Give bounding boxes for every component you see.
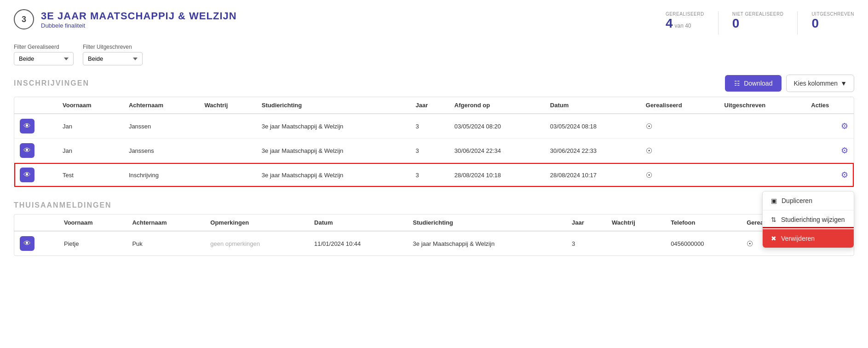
jaar-cell: 3 xyxy=(410,114,449,139)
page-subtitle: Dubbele finaliteit xyxy=(41,22,237,29)
jaar-cell: 3 xyxy=(410,139,449,163)
filter-uitgeschreven-group: Filter Uitgeschreven Beide Ja Nee xyxy=(83,44,143,65)
inschrijvingen-table: Voornaam Achternaam Wachtrij Studiericht… xyxy=(14,97,854,187)
filter-gerealiseerd-select[interactable]: Beide Ja Nee xyxy=(14,52,74,65)
table-icon: ☷ xyxy=(734,80,740,87)
check-icon: ☉ xyxy=(646,147,652,155)
col-header-jaar: Jaar xyxy=(410,97,449,114)
col-th-datum: Datum xyxy=(309,215,408,231)
col-header-achternaam: Achternaam xyxy=(123,97,199,114)
col-header-wachtrij: Wachtrij xyxy=(199,97,256,114)
stat-divider-2 xyxy=(797,12,798,35)
col-th-wachtrij: Wachtrij xyxy=(606,215,665,231)
datum-cell: 11/01/2024 10:44 xyxy=(309,231,408,255)
thuisaanmeldingen-title: THUISAANMELDINGEN xyxy=(14,201,854,209)
inschrijvingen-row: 👁 Jan Janssens 3e jaar Maatschappij & We… xyxy=(14,139,854,163)
stat-gerealiseerd-value: 4 xyxy=(666,17,673,31)
col-header-acties: Acties xyxy=(805,97,854,114)
uitgeschreven-cell xyxy=(719,114,806,139)
col-th-voornaam: Voornaam xyxy=(58,215,126,231)
stat-gerealiseerd-sub: van 40 xyxy=(674,23,691,29)
voornaam-cell: Pietje xyxy=(58,231,126,255)
menu-dupliceren[interactable]: ▣ Dupliceren xyxy=(763,191,854,210)
gear-button[interactable]: ⚙ xyxy=(841,170,848,180)
header-title-block: 3E JAAR MAATSCHAPPIJ & WELZIJN Dubbele f… xyxy=(41,10,237,29)
eye-cell: 👁 xyxy=(14,139,57,163)
thuisaanmeldingen-row: 👁 Pietje Puk geen opmerkingen 11/01/2024… xyxy=(14,231,854,255)
menu-verwijderen[interactable]: ✖ Verwijderen xyxy=(763,229,854,248)
menu-studierichting[interactable]: ⇅ Studierichting wijzigen xyxy=(763,210,854,229)
datum-cell: 03/05/2024 08:18 xyxy=(545,114,640,139)
datum-cell: 28/08/2024 10:17 xyxy=(545,163,640,187)
col-header-afgerond: Afgerond op xyxy=(449,97,545,114)
col-header-action xyxy=(14,97,57,114)
geen-opmerkingen-text: geen opmerkingen xyxy=(210,240,260,247)
menu-studierichting-label: Studierichting wijzigen xyxy=(781,216,845,223)
filter-uitgeschreven-select[interactable]: Beide Ja Nee xyxy=(83,52,143,65)
eye-cell: 👁 xyxy=(14,231,58,255)
stat-uitgeschreven: UITGESCHREVEN 0 xyxy=(811,12,854,31)
stat-niet-gerealiseerd-label: NIET GEREALISEERD xyxy=(732,12,784,17)
download-button[interactable]: ☷ Download xyxy=(725,75,782,92)
check-icon: ☉ xyxy=(747,240,753,248)
inschrijvingen-row: 👁 Jan Janssen 3e jaar Maatschappij & Wel… xyxy=(14,114,854,139)
col-header-studierichting: Studierichting xyxy=(256,97,410,114)
wachtrij-cell xyxy=(606,231,665,255)
badge-number: 3 xyxy=(14,9,34,29)
menu-verwijderen-label: Verwijderen xyxy=(781,235,815,242)
jaar-cell: 3 xyxy=(410,163,449,187)
eye-button[interactable]: 👁 xyxy=(20,119,34,133)
stat-divider-1 xyxy=(718,12,719,35)
kies-kolommen-button[interactable]: Kies kolommen ▼ xyxy=(786,75,854,92)
achternaam-cell: Janssen xyxy=(123,114,199,139)
eye-button[interactable]: 👁 xyxy=(20,168,34,182)
col-th-eye xyxy=(14,215,58,231)
studierichting-cell: 3e jaar Maatschappij & Welzijn xyxy=(256,114,410,139)
inschrijvingen-actions: ☷ Download Kies kolommen ▼ xyxy=(725,75,854,92)
col-th-achternaam: Achternaam xyxy=(126,215,205,231)
eye-cell: 👁 xyxy=(14,114,57,139)
filters-row: Filter Gerealiseerd Beide Ja Nee Filter … xyxy=(14,44,854,65)
header-stats: GEREALISEERD 4 van 40 NIET GEREALISEERD … xyxy=(666,9,854,35)
voornaam-cell: Jan xyxy=(57,139,123,163)
datum-cell: 30/06/2024 22:33 xyxy=(545,139,640,163)
thuisaanmeldingen-header-row: Voornaam Achternaam Opmerkingen Datum St… xyxy=(14,215,854,231)
copy-icon: ▣ xyxy=(771,197,777,204)
filter-gerealiseerd-label: Filter Gerealiseerd xyxy=(14,44,74,50)
inschrijvingen-row: 👁 Test Inschrijving 3e jaar Maatschappij… xyxy=(14,163,854,187)
voornaam-cell: Jan xyxy=(57,114,123,139)
uitgeschreven-cell xyxy=(719,163,806,187)
uitgeschreven-cell xyxy=(719,139,806,163)
filter-gerealiseerd-group: Filter Gerealiseerd Beide Ja Nee xyxy=(14,44,74,65)
eye-cell: 👁 xyxy=(14,163,57,187)
header-left: 3 3E JAAR MAATSCHAPPIJ & WELZIJN Dubbele… xyxy=(14,9,237,29)
gear-button[interactable]: ⚙ xyxy=(841,121,848,131)
afgerond-cell: 28/08/2024 10:18 xyxy=(449,163,545,187)
thuisaanmeldingen-table: Voornaam Achternaam Opmerkingen Datum St… xyxy=(14,215,854,255)
achternaam-cell: Janssens xyxy=(123,139,199,163)
opmerkingen-cell: geen opmerkingen xyxy=(205,231,309,255)
eye-button[interactable]: 👁 xyxy=(20,143,34,158)
stat-niet-gerealiseerd-value: 0 xyxy=(732,17,784,31)
download-label: Download xyxy=(744,80,772,87)
page-title: 3E JAAR MAATSCHAPPIJ & WELZIJN xyxy=(41,10,237,22)
gerealiseerd-cell: ☉ xyxy=(640,139,719,163)
swap-icon: ⇅ xyxy=(771,216,776,223)
stat-uitgeschreven-value: 0 xyxy=(811,17,854,31)
gear-button[interactable]: ⚙ xyxy=(841,145,848,156)
chevron-down-icon: ▼ xyxy=(840,80,847,87)
check-icon: ☉ xyxy=(646,171,652,179)
main-page: 3 3E JAAR MAATSCHAPPIJ & WELZIJN Dubbele… xyxy=(0,0,868,348)
inschrijvingen-title: INSCHRIJVINGEN xyxy=(14,79,89,87)
wachtrij-cell xyxy=(199,163,256,187)
menu-dupliceren-label: Dupliceren xyxy=(782,197,812,204)
thuisaanmeldingen-table-container: Voornaam Achternaam Opmerkingen Datum St… xyxy=(14,214,854,256)
stat-gerealiseerd: GEREALISEERD 4 van 40 xyxy=(666,12,704,31)
acties-cell: ⚙ xyxy=(805,139,854,163)
telefoon-cell: 0456000000 xyxy=(665,231,741,255)
eye-button[interactable]: 👁 xyxy=(20,236,34,251)
wachtrij-cell xyxy=(199,139,256,163)
achternaam-cell: Puk xyxy=(126,231,205,255)
wachtrij-cell xyxy=(199,114,256,139)
context-menu: ▣ Dupliceren ⇅ Studierichting wijzigen ✖… xyxy=(762,191,854,248)
